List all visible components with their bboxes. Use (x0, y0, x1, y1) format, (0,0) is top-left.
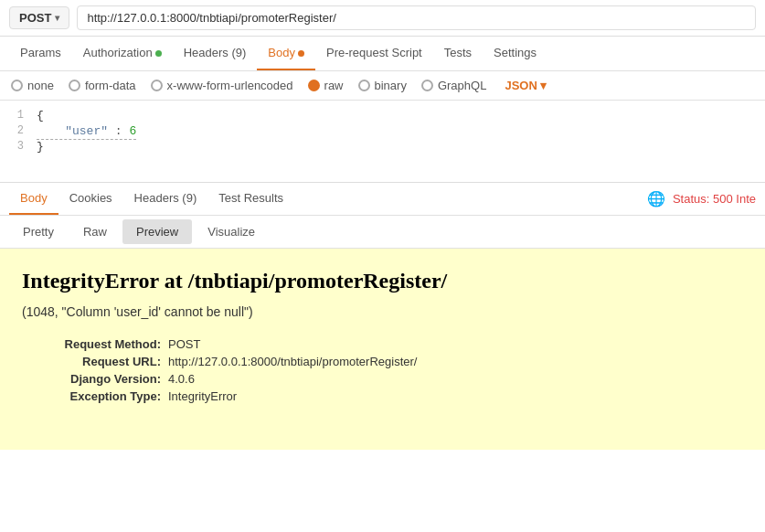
line-number-2: 2 (0, 124, 37, 137)
preview-content: IntegrityError at /tnbtiapi/promoterRegi… (0, 249, 765, 450)
line-content-3: } (37, 140, 44, 154)
method-chevron-icon: ▾ (55, 13, 59, 23)
authorization-dot (155, 50, 162, 57)
line-content-1: { (37, 109, 44, 122)
json-format-dropdown[interactable]: JSON ▾ (505, 79, 546, 92)
tab-authorization[interactable]: Authorization (72, 37, 173, 70)
body-dot (298, 50, 304, 57)
body-type-none[interactable]: none (11, 79, 54, 92)
code-line-2: 2 "user" : 6 (0, 123, 765, 139)
tab-pre-request-script[interactable]: Pre-request Script (315, 37, 433, 70)
body-type-raw[interactable]: raw (308, 79, 344, 92)
error-heading: IntegrityError at /tnbtiapi/promoterRegi… (22, 267, 743, 295)
radio-none (11, 80, 23, 91)
body-type-row: none form-data x-www-form-urlencoded raw… (0, 71, 765, 101)
view-tab-pretty[interactable]: Pretty (9, 219, 68, 244)
radio-form-data (69, 80, 80, 91)
tab-settings[interactable]: Settings (483, 37, 547, 70)
detail-row-url: Request URL: http://127.0.0.1:8000/tnbti… (22, 355, 743, 368)
tab-params[interactable]: Params (9, 37, 72, 70)
response-tab-body[interactable]: Body (9, 183, 58, 215)
method-select[interactable]: POST ▾ (9, 6, 69, 29)
response-status-area: 🌐 Status: 500 Inte (647, 190, 756, 207)
view-tab-raw[interactable]: Raw (69, 219, 121, 244)
body-type-binary[interactable]: binary (358, 79, 407, 92)
radio-raw (308, 80, 320, 91)
body-type-graphql[interactable]: GraphQL (421, 79, 486, 92)
view-tab-preview[interactable]: Preview (122, 219, 192, 244)
status-text: Status: 500 Inte (673, 192, 756, 206)
view-tab-row: Pretty Raw Preview Visualize (0, 216, 765, 249)
detail-value-exception: IntegrityError (168, 389, 237, 403)
line-number-1: 1 (0, 109, 37, 122)
response-tabs: Body Cookies Headers (9) Test Results 🌐 … (0, 183, 765, 216)
body-type-urlencoded[interactable]: x-www-form-urlencoded (151, 79, 293, 92)
response-tab-headers[interactable]: Headers (9) (123, 183, 208, 215)
code-line-3: 3 } (0, 139, 765, 154)
detail-row-method: Request Method: POST (22, 337, 743, 351)
error-details: Request Method: POST Request URL: http:/… (22, 337, 743, 403)
tab-body[interactable]: Body (257, 37, 315, 70)
radio-binary (358, 80, 370, 91)
radio-graphql (421, 80, 433, 91)
detail-row-exception: Exception Type: IntegrityError (22, 389, 743, 403)
detail-row-django: Django Version: 4.0.6 (22, 372, 743, 386)
tab-headers[interactable]: Headers (9) (173, 37, 258, 70)
detail-value-django: 4.0.6 (168, 372, 195, 386)
response-tab-cookies[interactable]: Cookies (58, 183, 123, 215)
line-number-3: 3 (0, 140, 37, 153)
code-editor[interactable]: 1 { 2 "user" : 6 3 } (0, 101, 765, 183)
radio-urlencoded (151, 80, 163, 91)
url-bar: POST ▾ (0, 0, 765, 37)
json-chevron-icon: ▾ (540, 79, 547, 92)
code-line-1: 1 { (0, 108, 765, 123)
globe-icon: 🌐 (647, 190, 665, 207)
view-tab-visualize[interactable]: Visualize (194, 219, 269, 244)
response-tab-test-results[interactable]: Test Results (207, 183, 294, 215)
method-text: POST (19, 11, 51, 25)
body-type-form-data[interactable]: form-data (69, 79, 136, 92)
detail-value-url: http://127.0.0.1:8000/tnbtiapi/promoterR… (168, 355, 417, 368)
error-subtitle: (1048, "Column 'user_id' cannot be null"… (22, 304, 743, 319)
detail-label-url: Request URL: (22, 355, 168, 368)
tab-tests[interactable]: Tests (433, 37, 483, 70)
url-input[interactable] (77, 5, 756, 30)
request-tabs: Params Authorization Headers (9) Body Pr… (0, 37, 765, 71)
detail-value-method: POST (168, 337, 200, 351)
detail-label-method: Request Method: (22, 337, 168, 351)
detail-label-django: Django Version: (22, 372, 168, 386)
line-content-2: "user" : 6 (37, 124, 136, 138)
detail-label-exception: Exception Type: (22, 389, 168, 403)
